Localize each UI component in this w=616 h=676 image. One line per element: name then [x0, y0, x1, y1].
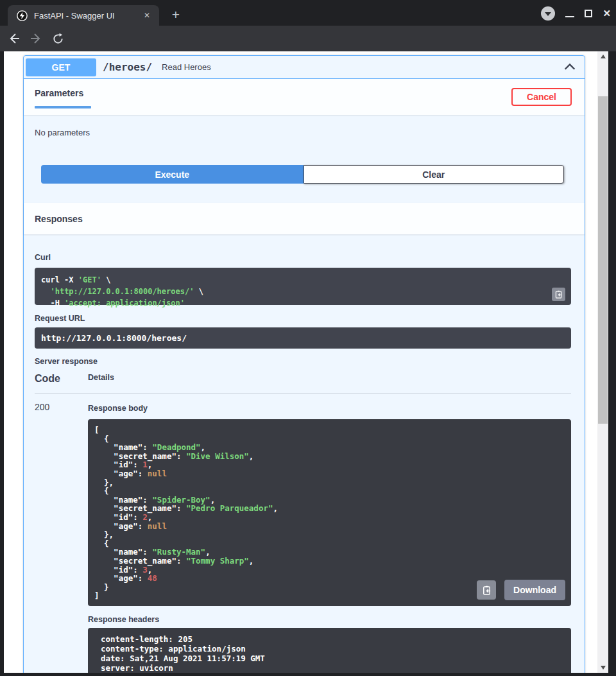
- no-parameters-text: No parameters: [35, 128, 90, 137]
- opblock-summary[interactable]: GET /heroes/ Read Heroes: [24, 56, 585, 79]
- endpoint-path: /heroes/: [103, 61, 152, 73]
- responses-body: Curl curl -X 'GET' \ 'http://127.0.0.1:8…: [24, 234, 585, 673]
- execute-wrapper: Execute Clear: [24, 155, 585, 193]
- parameters-section-header: Parameters Cancel: [24, 79, 585, 115]
- tab-close-icon[interactable]: ✕: [141, 10, 153, 21]
- copy-response-button[interactable]: [477, 580, 496, 600]
- curl-command: curl -X 'GET' \ 'http://127.0.0.1:8000/h…: [35, 268, 571, 305]
- opblock-get-heroes: GET /heroes/ Read Heroes Parameters Canc…: [23, 55, 585, 673]
- tab-parameters[interactable]: Parameters: [35, 88, 91, 108]
- response-headers-label: Response headers: [88, 615, 571, 624]
- back-button[interactable]: [6, 31, 22, 46]
- responses-section-header: Responses: [24, 203, 585, 234]
- code-column-header: Code: [35, 373, 88, 385]
- scroll-down-button[interactable]: [597, 663, 608, 673]
- download-button[interactable]: Download: [504, 580, 565, 600]
- copy-curl-button[interactable]: [552, 288, 565, 301]
- close-window-button[interactable]: ✕: [603, 8, 611, 19]
- request-url-value: http://127.0.0.1:8000/heroes/: [35, 327, 571, 349]
- response-body-controls: Download: [477, 580, 565, 600]
- new-tab-button[interactable]: +: [167, 6, 185, 24]
- endpoint-summary: Read Heroes: [162, 62, 563, 72]
- down-triangle-icon: [545, 12, 551, 16]
- window-controls: ✕: [541, 6, 611, 21]
- page-scrollbar[interactable]: [597, 51, 608, 673]
- response-row-200: 200 Response body [ { "name": "Deadpond"…: [35, 402, 571, 673]
- fastapi-favicon-icon: [17, 10, 28, 21]
- browser-window: FastAPI - Swagger UI ✕ + ✕ i 127.0.0.1:8…: [0, 0, 616, 676]
- http-method-badge: GET: [26, 58, 96, 76]
- curl-wrapper: curl -X 'GET' \ 'http://127.0.0.1:8000/h…: [35, 268, 571, 305]
- clipboard-icon: [482, 585, 492, 595]
- forward-button[interactable]: [28, 31, 44, 46]
- tab-strip: FastAPI - Swagger UI ✕ + ✕: [0, 0, 616, 26]
- clear-button[interactable]: Clear: [304, 165, 564, 184]
- cancel-button[interactable]: Cancel: [511, 88, 572, 106]
- details-column-header: Details: [88, 373, 114, 385]
- parameters-tab-label: Parameters: [35, 88, 91, 98]
- curl-label: Curl: [35, 253, 51, 262]
- page-viewport: GET /heroes/ Read Heroes Parameters Canc…: [4, 51, 608, 673]
- status-code: 200: [35, 402, 88, 673]
- browser-toolbar: i 127.0.0.1:8000/docs#/default/read_hero…: [0, 26, 616, 51]
- response-headers: content-length: 205content-type: applica…: [88, 628, 571, 673]
- scrollbar-thumb[interactable]: [598, 96, 608, 424]
- response-body-wrapper: [ { "name": "Deadpond", "secret_name": "…: [88, 419, 571, 606]
- scroll-up-button[interactable]: [597, 51, 608, 62]
- maximize-button[interactable]: [585, 10, 592, 17]
- responses-title: Responses: [35, 214, 83, 224]
- clipboard-icon: [554, 290, 563, 299]
- back-arrow-icon: [8, 32, 21, 45]
- response-body-json: [ { "name": "Deadpond", "secret_name": "…: [88, 419, 571, 606]
- reload-button[interactable]: [50, 31, 65, 46]
- response-details: Response body [ { "name": "Deadpond", "s…: [88, 402, 571, 673]
- parameters-body: No parameters: [24, 115, 585, 155]
- browser-tab[interactable]: FastAPI - Swagger UI ✕: [8, 5, 159, 26]
- server-response-label: Server response: [35, 357, 571, 366]
- tab-title: FastAPI - Swagger UI: [34, 11, 141, 21]
- down-triangle-icon: [601, 666, 606, 670]
- execute-button[interactable]: Execute: [41, 165, 304, 184]
- browser-updates-icon[interactable]: [541, 6, 555, 21]
- response-table-header: Code Details: [35, 373, 571, 394]
- forward-arrow-icon: [30, 32, 42, 45]
- up-triangle-icon: [601, 55, 606, 58]
- response-body-label: Response body: [88, 404, 571, 413]
- minimize-button[interactable]: [565, 16, 574, 17]
- request-url-label: Request URL: [35, 314, 571, 323]
- reload-icon: [52, 33, 64, 45]
- active-tab-underline: [35, 106, 91, 108]
- collapse-chevron-icon[interactable]: [563, 60, 577, 74]
